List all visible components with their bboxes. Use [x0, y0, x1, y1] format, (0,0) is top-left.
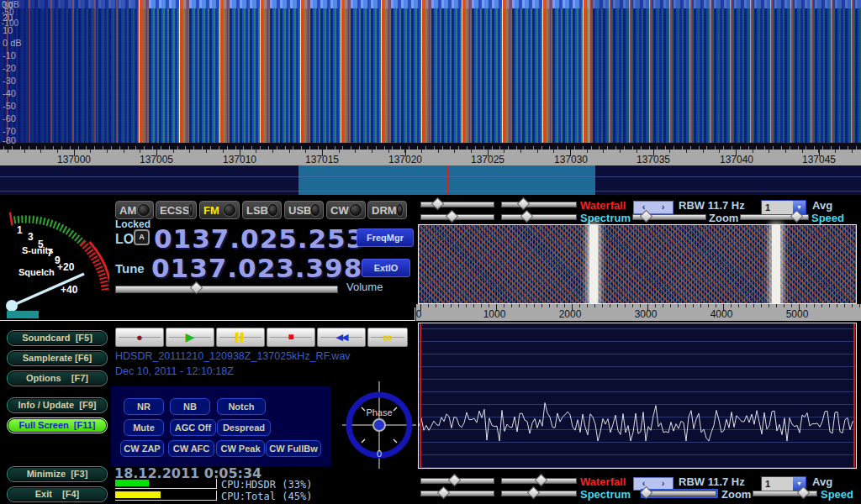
slider-thumb[interactable] — [527, 486, 541, 500]
waterfall-label: Waterfall — [580, 475, 626, 488]
af-spectrum-display[interactable] — [418, 323, 857, 469]
af-spectrum-trace — [419, 323, 856, 468]
af-db-label: -30 — [3, 76, 16, 86]
dsp-button[interactable]: NR — [124, 398, 164, 415]
spinner-right-icon[interactable]: › — [653, 478, 673, 490]
af-frequency-tick-label: 3000 — [635, 308, 658, 320]
dsp-button[interactable]: CW AFC — [168, 440, 214, 457]
dsp-button[interactable]: AGC Off — [170, 419, 216, 436]
mode-button-fm[interactable]: FM — [199, 201, 240, 219]
slider-thumb[interactable] — [520, 210, 534, 223]
led-icon — [138, 204, 150, 216]
dsp-button[interactable]: Mute — [124, 419, 164, 436]
mode-button-cw[interactable]: CW — [326, 201, 366, 219]
pause-button[interactable]: ▌▌ — [216, 328, 265, 347]
af-frequency-tick-label: 4000 — [710, 308, 733, 320]
side-button[interactable]: Soundcard [F5] — [7, 330, 108, 346]
zoom-slider[interactable] — [642, 491, 716, 496]
auto-lock-icon[interactable]: A — [134, 229, 150, 245]
tune-label: Tune — [115, 261, 145, 276]
speed-slider[interactable] — [740, 214, 809, 220]
dsp-button[interactable]: Despread — [217, 419, 271, 436]
needle-pivot — [6, 300, 18, 312]
waterfall-brightness-slider[interactable] — [420, 202, 494, 207]
spectrum-range-slider[interactable] — [501, 214, 577, 220]
zoom-slider[interactable] — [632, 214, 706, 220]
dsp-button[interactable]: CW FullBw — [266, 440, 321, 457]
side-button[interactable]: Samplerate [F6] — [7, 350, 108, 366]
spectrum-ref-slider[interactable] — [420, 214, 494, 220]
af-frequency-tick-label: 1000 — [483, 308, 506, 320]
slider-thumb[interactable] — [437, 486, 451, 500]
spectrum-ref-slider[interactable] — [420, 491, 494, 496]
af-db-label: 20 — [3, 13, 13, 23]
volume-slider-thumb[interactable] — [189, 281, 203, 295]
af-frequency-tick-label: 5000 — [786, 308, 809, 320]
af-waterfall-display[interactable] — [418, 224, 857, 304]
af-db-label: 30 — [3, 0, 13, 10]
side-button[interactable]: Info / Update [F9] — [7, 397, 108, 413]
mode-button-am[interactable]: AM — [115, 201, 154, 219]
af-frequency-scale[interactable]: 010002000300040005000 — [416, 304, 861, 321]
rf-frequency-tick-label: 137030 — [554, 154, 588, 165]
freqmgr-button[interactable]: FreqMgr — [357, 228, 414, 247]
slider-thumb[interactable] — [447, 474, 461, 487]
side-button[interactable]: Exit [F4] — [7, 486, 108, 502]
phase-value: 0 — [377, 449, 382, 459]
slider-thumb[interactable] — [534, 474, 547, 487]
phase-indicator: Phase 0 — [341, 380, 418, 470]
smeter-label: 3 — [28, 231, 34, 243]
dsp-button[interactable]: CW Peak — [216, 440, 265, 457]
waterfall-contrast-slider[interactable] — [501, 478, 577, 484]
rf-waterfall-display[interactable] — [0, 0, 861, 150]
squelch-caption: Squelch — [18, 267, 55, 277]
rewind-button[interactable]: ◀◀ — [317, 328, 366, 347]
waterfall-brightness-slider[interactable] — [420, 478, 494, 484]
rf-spectrum-display[interactable] — [0, 165, 861, 195]
play-button[interactable]: ▶ — [166, 328, 214, 347]
mode-button-ecss[interactable]: ECSS — [156, 201, 197, 219]
af-signal-band — [589, 225, 598, 303]
side-button[interactable]: Minimize [F3] — [7, 466, 108, 482]
side-button[interactable]: Full Screen [F11] — [7, 417, 108, 433]
af-db-label: -10 — [3, 50, 16, 60]
panel-border-line — [0, 320, 415, 321]
mode-button-usb[interactable]: USB — [284, 201, 324, 219]
waterfall-contrast-slider[interactable] — [501, 202, 577, 207]
rbw-spinner[interactable]: ‹ › — [633, 201, 673, 214]
slider-thumb[interactable] — [431, 197, 445, 211]
mode-button-drm[interactable]: DRM — [367, 201, 407, 219]
dsp-button[interactable]: CW ZAP — [120, 440, 164, 457]
slider-thumb[interactable] — [446, 210, 459, 223]
avg-value: 1 — [762, 477, 793, 491]
smeter-label: +20 — [57, 261, 75, 273]
spectrum-range-slider[interactable] — [501, 491, 577, 496]
stop-icon: ■ — [288, 332, 293, 343]
led-icon — [224, 204, 235, 216]
squelch-level-bar[interactable] — [7, 311, 39, 318]
lo-frequency-readout[interactable]: 0137.025.253 — [154, 223, 365, 254]
waterfall-carriers — [139, 0, 597, 150]
af-frequency-tick-label: 2000 — [559, 308, 582, 320]
dsp-button[interactable]: NB — [170, 398, 210, 415]
af-db-label: 10 — [3, 25, 13, 35]
extio-button[interactable]: ExtIO — [362, 259, 410, 277]
af-filter-edge-left — [420, 323, 421, 468]
rf-frequency-scale[interactable]: 1370001370051370101370151370201370251370… — [0, 150, 861, 165]
volume-slider[interactable] — [115, 286, 338, 293]
spinner-right-icon[interactable]: › — [653, 202, 673, 213]
tune-frequency-readout[interactable]: 0137.023.398 — [151, 253, 362, 283]
stop-button[interactable]: ■ — [267, 328, 315, 347]
mode-button-lsb[interactable]: LSB — [242, 201, 282, 219]
led-icon — [268, 204, 277, 216]
record-button[interactable]: ● — [115, 328, 164, 347]
loop-button[interactable]: ∞ — [367, 328, 408, 347]
rbw-value-label: RBW 11.7 Hz — [679, 475, 745, 488]
rewind-icon: ◀◀ — [336, 332, 347, 343]
speed-slider[interactable] — [753, 491, 817, 496]
side-button[interactable]: Options [F7] — [7, 370, 108, 386]
dsp-button[interactable]: Notch — [217, 398, 266, 415]
rbw-spinner[interactable]: ‹ › — [633, 477, 673, 491]
slider-thumb[interactable] — [516, 197, 530, 211]
hdsdr-window: 1370001370051370101370151370201370251370… — [0, 0, 861, 504]
